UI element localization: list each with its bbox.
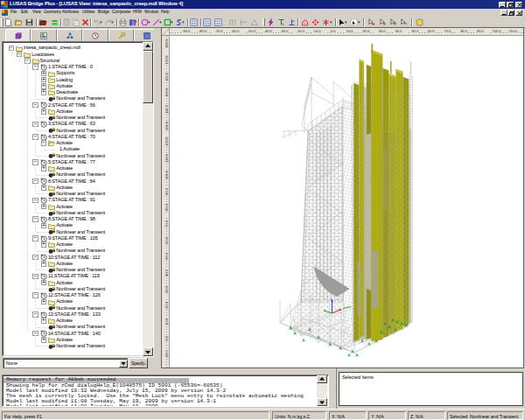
svg-text:?: ? xyxy=(133,19,136,25)
